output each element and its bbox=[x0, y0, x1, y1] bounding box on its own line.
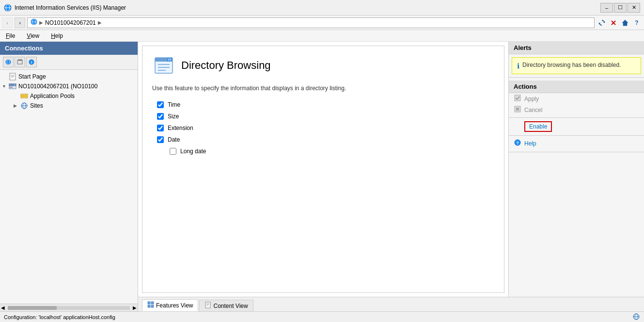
svg-rect-48 bbox=[148, 305, 150, 307]
tree-item-server[interactable]: ▼ NO1010042067201 (NO10100 bbox=[0, 81, 138, 91]
content-main: Directory Browsing Use this feature to s… bbox=[138, 42, 644, 297]
address-end-arrow: ▶ bbox=[98, 20, 102, 25]
checkbox-longdate[interactable] bbox=[170, 148, 176, 155]
actions-section: Actions Apply bbox=[509, 78, 644, 152]
checkbox-longdate-label[interactable]: Long date bbox=[180, 148, 206, 155]
actions-header: Actions bbox=[509, 80, 644, 93]
maximize-button[interactable]: ☐ bbox=[614, 3, 627, 13]
svg-rect-46 bbox=[148, 302, 150, 304]
checkbox-size-label[interactable]: Size bbox=[168, 113, 179, 120]
sidebar-tool-btn-2[interactable] bbox=[15, 57, 25, 67]
help-icon: ? bbox=[514, 139, 521, 147]
feature-header: Directory Browsing bbox=[152, 54, 494, 77]
alert-text: Directory browsing has been disabled. bbox=[522, 62, 621, 68]
sidebar-toolbar: i bbox=[0, 55, 138, 70]
svg-rect-25 bbox=[10, 87, 13, 88]
info-icon: ℹ bbox=[517, 62, 519, 70]
app-pools-label: Application Pools bbox=[30, 93, 75, 99]
back-button[interactable]: ‹ bbox=[2, 17, 13, 28]
checkbox-date-label[interactable]: Date bbox=[168, 136, 180, 143]
actions-separator bbox=[509, 117, 644, 118]
cancel-icon bbox=[514, 106, 521, 114]
enable-button[interactable]: Enable bbox=[524, 121, 552, 132]
stop-button[interactable] bbox=[608, 17, 619, 28]
bottom-tabs: Features View Content View bbox=[138, 297, 644, 311]
status-right bbox=[632, 313, 640, 322]
features-view-label: Features View bbox=[156, 302, 193, 309]
sites-expand-icon: ▶ bbox=[14, 103, 20, 108]
home-button[interactable] bbox=[620, 17, 630, 28]
apply-label[interactable]: Apply bbox=[524, 96, 539, 102]
svg-rect-47 bbox=[151, 302, 154, 304]
checkbox-date[interactable] bbox=[157, 136, 164, 143]
sidebar-tree: Start Page ▼ NO1010042067201 (NO10100 bbox=[0, 70, 138, 304]
window-title: Internet Information Services (IIS) Mana… bbox=[15, 4, 126, 11]
menu-view[interactable]: View bbox=[25, 32, 41, 40]
svg-rect-14 bbox=[18, 59, 20, 61]
app-pools-icon bbox=[20, 92, 28, 100]
status-icon bbox=[632, 313, 640, 322]
address-separator: ▶ bbox=[39, 20, 43, 25]
address-bar[interactable]: ▶ NO1010042067201 ▶ bbox=[27, 17, 595, 28]
checkbox-size[interactable] bbox=[157, 113, 164, 120]
svg-marker-10 bbox=[622, 20, 628, 26]
refresh-button[interactable] bbox=[597, 17, 607, 28]
checkbox-date-row: Date bbox=[152, 136, 494, 143]
forward-button[interactable]: › bbox=[15, 17, 25, 28]
tab-features-view[interactable]: Features View bbox=[142, 299, 198, 311]
scrollbar-track bbox=[8, 306, 130, 310]
checkbox-extension[interactable] bbox=[157, 125, 164, 131]
svg-rect-18 bbox=[10, 73, 16, 80]
server-expand-icon: ▼ bbox=[2, 84, 9, 89]
checkbox-longdate-row: Long date bbox=[152, 148, 494, 155]
menu-file[interactable]: File bbox=[4, 32, 17, 40]
right-panel: Alerts ℹ Directory browsing has been dis… bbox=[508, 42, 644, 297]
tree-item-app-pools[interactable]: Application Pools bbox=[0, 91, 138, 101]
sites-icon bbox=[20, 102, 28, 110]
sidebar-tool-btn-1[interactable] bbox=[3, 57, 14, 67]
address-icon bbox=[31, 18, 37, 27]
svg-point-24 bbox=[14, 84, 15, 85]
svg-rect-40 bbox=[515, 95, 520, 101]
sidebar-header: Connections bbox=[0, 42, 138, 55]
tree-item-sites[interactable]: ▶ Sites bbox=[0, 101, 138, 111]
svg-text:?: ? bbox=[516, 141, 519, 145]
checkbox-time-row: Time bbox=[152, 101, 494, 108]
checkbox-extension-label[interactable]: Extension bbox=[168, 125, 193, 131]
address-text: NO1010042067201 bbox=[45, 19, 96, 26]
content-view-label: Content View bbox=[213, 303, 248, 309]
close-button[interactable]: ✕ bbox=[628, 3, 640, 13]
main-layout: Connections i bbox=[0, 42, 644, 311]
actions-separator-2 bbox=[509, 135, 644, 136]
alerts-section: Alerts ℹ Directory browsing has been dis… bbox=[509, 42, 644, 78]
action-help[interactable]: ? Help bbox=[509, 138, 644, 149]
feature-icon bbox=[152, 54, 175, 77]
help-label[interactable]: Help bbox=[524, 140, 536, 147]
page-icon bbox=[9, 73, 16, 80]
server-icon bbox=[9, 82, 16, 90]
sidebar-scrollbar[interactable]: ◀ ▶ bbox=[0, 304, 138, 311]
checkbox-time[interactable] bbox=[157, 101, 164, 108]
minimize-button[interactable]: – bbox=[600, 3, 613, 13]
tree-item-start-page[interactable]: Start Page bbox=[0, 72, 138, 81]
svg-text:i: i bbox=[31, 60, 32, 64]
sidebar: Connections i bbox=[0, 42, 138, 311]
sidebar-tool-btn-3[interactable]: i bbox=[26, 57, 37, 67]
menu-bar: File View Help bbox=[0, 30, 644, 42]
start-page-label: Start Page bbox=[18, 73, 46, 80]
svg-rect-27 bbox=[22, 95, 24, 97]
help-button[interactable]: ? bbox=[631, 17, 642, 28]
tab-content-view[interactable]: Content View bbox=[199, 300, 253, 311]
svg-rect-50 bbox=[205, 302, 210, 308]
svg-rect-28 bbox=[25, 95, 27, 97]
action-cancel[interactable]: Cancel bbox=[509, 104, 644, 115]
cancel-label[interactable]: Cancel bbox=[524, 107, 542, 113]
checkbox-time-label[interactable]: Time bbox=[168, 101, 180, 108]
action-apply[interactable]: Apply bbox=[509, 93, 644, 104]
menu-help[interactable]: Help bbox=[49, 32, 65, 40]
server-label: NO1010042067201 (NO10100 bbox=[18, 83, 97, 90]
checkbox-extension-row: Extension bbox=[152, 125, 494, 131]
svg-point-11 bbox=[6, 60, 11, 64]
action-enable[interactable]: Enable bbox=[509, 120, 644, 133]
content-area: Directory Browsing Use this feature to s… bbox=[138, 42, 644, 311]
